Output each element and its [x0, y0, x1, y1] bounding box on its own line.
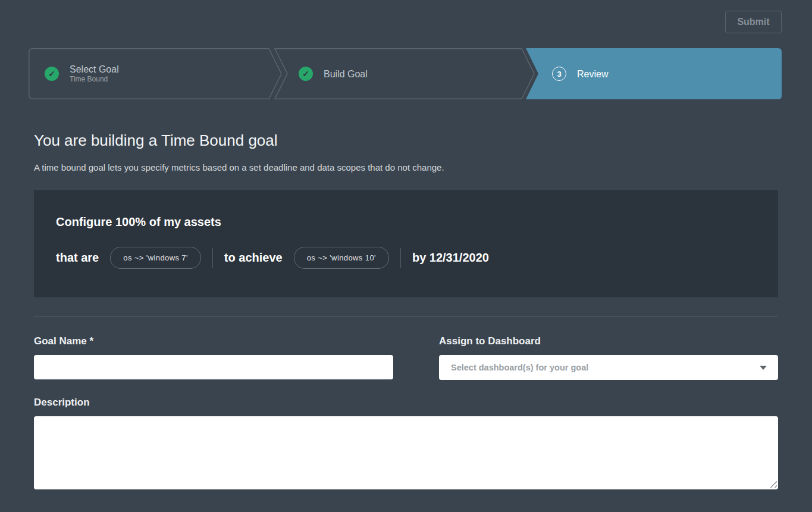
- dashboard-select-placeholder: Select dashboard(s) for your goal: [451, 363, 588, 372]
- goal-name-label: Goal Name *: [34, 335, 393, 347]
- goal-name-input[interactable]: [34, 355, 393, 379]
- wizard-stepper: ✓ Select Goal Time Bound ✓ Build Goal 3 …: [29, 48, 782, 99]
- goal-name-field-group: Goal Name *: [34, 335, 393, 380]
- target-filter-pill: os ~> 'windows 10': [294, 247, 389, 269]
- submit-button[interactable]: Submit: [725, 11, 782, 33]
- vertical-divider: [212, 248, 213, 268]
- topbar: Submit: [0, 0, 812, 48]
- goal-headline: Configure 100% of my assets: [56, 215, 756, 229]
- form-row: Goal Name * Assign to Dashboard Select d…: [34, 335, 778, 380]
- step-title: Review: [577, 68, 608, 80]
- description-textarea-wrap: [34, 416, 778, 489]
- check-icon: ✓: [302, 69, 309, 78]
- goal-wizard-page: Submit ✓ Select Goal Time Bound ✓ Build …: [0, 0, 812, 512]
- section-divider: [34, 316, 778, 317]
- goal-sentence-row: that are os ~> 'windows 7' to achieve os…: [56, 247, 756, 269]
- review-content: You are building a Time Bound goal A tim…: [0, 131, 812, 489]
- scope-filter-pill: os ~> 'windows 7': [110, 247, 201, 269]
- step-text: Review: [577, 68, 608, 80]
- chevron-down-icon: [760, 366, 767, 370]
- page-title: You are building a Time Bound goal: [34, 131, 778, 150]
- dashboard-select[interactable]: Select dashboard(s) for your goal: [439, 355, 778, 380]
- step-text: Select Goal Time Bound: [70, 64, 119, 84]
- dashboard-label: Assign to Dashboard: [439, 335, 778, 347]
- deadline-label: by 12/31/2020: [412, 251, 489, 265]
- step-text: Build Goal: [324, 68, 368, 80]
- step-subtitle: Time Bound: [70, 75, 119, 84]
- page-subtitle: A time bound goal lets you specify metri…: [34, 162, 778, 172]
- step-complete-badge: ✓: [299, 67, 313, 81]
- vertical-divider: [400, 248, 401, 268]
- step-title: Select Goal: [70, 64, 119, 75]
- step-build-goal[interactable]: ✓ Build Goal: [299, 48, 368, 99]
- check-icon: ✓: [48, 69, 55, 78]
- description-label: Description: [34, 397, 778, 409]
- stepper-chevron-shapes: [29, 48, 782, 99]
- step-review-active[interactable]: 3 Review: [552, 48, 608, 99]
- description-textarea[interactable]: [34, 416, 778, 489]
- step-title: Build Goal: [324, 68, 368, 80]
- scope-prefix-label: that are: [56, 251, 99, 265]
- dashboard-field-group: Assign to Dashboard Select dashboard(s) …: [439, 335, 778, 380]
- step-number-badge: 3: [552, 67, 566, 81]
- goal-summary-panel: Configure 100% of my assets that are os …: [34, 190, 778, 297]
- description-field-group: Description: [34, 397, 778, 489]
- step-complete-badge: ✓: [45, 67, 59, 81]
- target-prefix-label: to achieve: [224, 251, 283, 265]
- step-select-goal[interactable]: ✓ Select Goal Time Bound: [45, 48, 119, 99]
